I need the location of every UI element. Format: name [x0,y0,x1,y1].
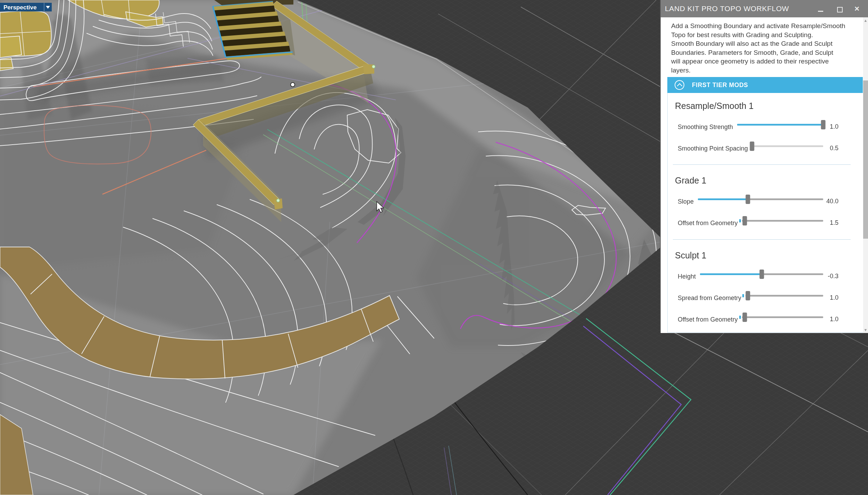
collapse-icon[interactable] [675,80,684,90]
slider-handle[interactable] [742,216,747,225]
slider-handle[interactable] [742,313,747,322]
scrollbar-thumb[interactable] [863,80,868,239]
slider-track[interactable] [700,268,823,280]
view-tab[interactable]: Perspective [0,3,52,11]
panel-description: Add a Smoothing Boundary and activate Re… [671,22,859,75]
slider-label: Smoothing Strength [678,123,733,131]
slider-handle[interactable] [759,270,764,279]
scroll-down-arrow[interactable]: ▼ [863,328,868,332]
slider-handle[interactable] [821,120,826,129]
slider-handle[interactable] [745,291,750,300]
slider-track[interactable] [742,215,823,227]
slider-row: Offset from Geometry1.5 [668,215,862,227]
slider-label: Height [678,273,696,280]
application-window: Perspective LAND KIT PRO TOPO WORKFLOW ×… [0,0,868,495]
slider-track[interactable] [752,140,823,152]
group-header-label: FIRST TIER MODS [692,82,748,89]
panel-title: LAND KIT PRO TOPO WORKFLOW [665,5,789,13]
green-point-marker-1 [372,65,375,68]
slider-row: Spread from Geometry1.0 [668,290,862,301]
slider-track[interactable] [737,119,823,130]
slider-handle[interactable] [746,195,750,204]
panel-titlebar[interactable]: LAND KIT PRO TOPO WORKFLOW × [661,0,868,17]
section-divider [673,239,851,240]
landkit-panel: LAND KIT PRO TOPO WORKFLOW × Add a Smoot… [661,0,868,333]
slider-row: Offset from Geometry1.0 [668,311,862,323]
slider-value: 1.0 [826,316,838,323]
slider-row: Slope40.0 [668,193,862,205]
slider-row: Smoothing Strength1.0 [668,119,862,130]
section-divider [673,164,851,165]
slider-track[interactable] [698,193,823,205]
slider-handle[interactable] [750,142,754,151]
slider-row: Height-0.3 [668,268,862,280]
slider-label: Offset from Geometry [678,220,738,227]
green-point-marker-2 [277,199,280,202]
slider-value: 0.5 [826,145,838,152]
minimize-button[interactable] [813,0,827,17]
slider-track[interactable] [745,290,823,301]
slider-value: 40.0 [826,198,838,205]
slider-row: Smoothing Point Spacing0.5 [668,140,862,152]
section-title: Sculpt 1 [675,250,706,261]
close-button[interactable]: × [852,0,866,17]
slider-value: 1.5 [826,219,838,227]
slider-value: 1.0 [826,294,838,301]
slider-value: -0.3 [826,273,838,280]
slider-label: Offset from Geometry [678,316,738,323]
view-tab-label[interactable]: Perspective [3,4,36,11]
first-tier-mods-header[interactable]: FIRST TIER MODS [667,77,863,93]
maximize-button[interactable] [833,0,846,17]
section-title: Resample/Smooth 1 [675,101,754,111]
section-title: Grade 1 [675,176,706,186]
slider-label: Smoothing Point Spacing [678,145,748,152]
slider-track[interactable] [742,311,823,323]
white-point-marker [291,83,295,87]
slider-value: 1.0 [826,123,838,130]
scroll-up-arrow[interactable]: ▲ [863,18,868,23]
panel-scrollbar[interactable]: ▲ ▼ [863,17,868,333]
slider-label: Spread from Geometry [678,295,741,302]
slider-label: Slope [678,198,694,205]
